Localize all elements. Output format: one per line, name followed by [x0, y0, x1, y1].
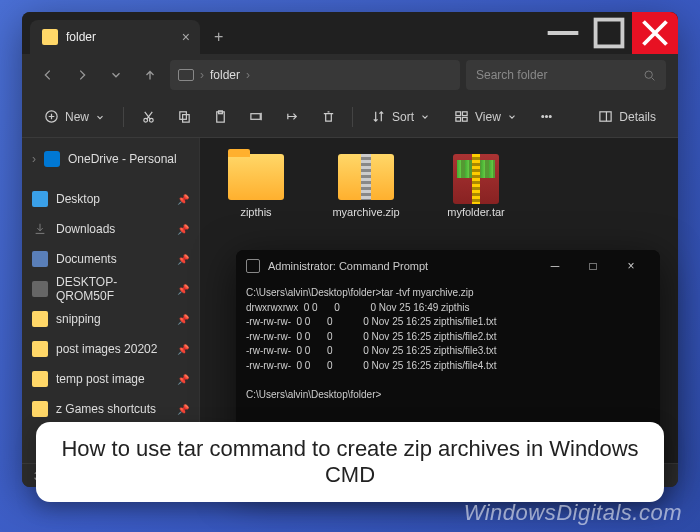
- file-item-myfolder-tar[interactable]: myfolder.tar: [436, 154, 516, 218]
- svg-point-1: [645, 71, 652, 78]
- back-button[interactable]: [34, 61, 62, 89]
- svg-rect-17: [600, 112, 611, 121]
- new-tab-button[interactable]: +: [214, 28, 223, 46]
- chevron-down-icon: [507, 109, 517, 124]
- svg-rect-11: [462, 112, 467, 116]
- more-icon: [539, 109, 554, 124]
- svg-rect-12: [456, 117, 461, 121]
- archive-icon: [453, 154, 499, 204]
- folder-icon: [32, 371, 48, 387]
- details-button[interactable]: Details: [588, 102, 666, 132]
- paste-icon: [213, 109, 228, 124]
- svg-rect-13: [462, 117, 467, 121]
- svg-point-14: [542, 116, 544, 118]
- cmd-close-button[interactable]: ×: [612, 250, 650, 282]
- pin-icon: 📌: [177, 194, 189, 205]
- cmd-titlebar[interactable]: Administrator: Command Prompt ─ □ ×: [236, 250, 660, 282]
- share-button[interactable]: [276, 102, 308, 132]
- pin-icon: 📌: [177, 224, 189, 235]
- breadcrumb[interactable]: › folder ›: [170, 60, 460, 90]
- svg-rect-10: [456, 112, 461, 116]
- cmd-title: Administrator: Command Prompt: [268, 260, 536, 272]
- svg-point-15: [546, 116, 548, 118]
- plus-circle-icon: [44, 109, 59, 124]
- sidebar-item-games[interactable]: z Games shortcuts📌: [26, 394, 195, 424]
- svg-point-16: [550, 116, 552, 118]
- sort-button[interactable]: Sort: [361, 102, 440, 132]
- trash-icon: [321, 109, 336, 124]
- desktop-icon: [32, 191, 48, 207]
- tab-bar: folder × +: [22, 12, 678, 54]
- pin-icon: 📌: [177, 404, 189, 415]
- delete-button[interactable]: [312, 102, 344, 132]
- share-icon: [285, 109, 300, 124]
- documents-icon: [32, 251, 48, 267]
- sidebar-item-desktop[interactable]: Desktop📌: [26, 184, 195, 214]
- pc-icon: [178, 69, 194, 81]
- chevron-right-icon: ›: [32, 152, 36, 166]
- search-input[interactable]: Search folder: [466, 60, 666, 90]
- view-button[interactable]: View: [444, 102, 527, 132]
- view-icon: [454, 109, 469, 124]
- minimize-button[interactable]: [540, 12, 586, 54]
- sidebar-item-documents[interactable]: Documents📌: [26, 244, 195, 274]
- cut-button[interactable]: [132, 102, 164, 132]
- article-caption: How to use tar command to create zip arc…: [36, 422, 664, 502]
- cut-icon: [141, 109, 156, 124]
- pc-icon: [32, 281, 48, 297]
- cloud-icon: [44, 151, 60, 167]
- chevron-down-icon: [95, 112, 105, 122]
- svg-rect-9: [250, 114, 259, 120]
- details-icon: [598, 109, 613, 124]
- folder-icon: [42, 29, 58, 45]
- sort-icon: [371, 109, 386, 124]
- paste-button[interactable]: [204, 102, 236, 132]
- tab-title: folder: [66, 30, 96, 44]
- sidebar-item-temp[interactable]: temp post image📌: [26, 364, 195, 394]
- toolbar: New Sort View Details: [22, 96, 678, 138]
- pin-icon: 📌: [177, 374, 189, 385]
- breadcrumb-segment[interactable]: folder: [210, 68, 240, 82]
- sidebar-item-snipping[interactable]: snipping📌: [26, 304, 195, 334]
- sidebar-item-downloads[interactable]: Downloads📌: [26, 214, 195, 244]
- rename-button[interactable]: [240, 102, 272, 132]
- up-button[interactable]: [136, 61, 164, 89]
- folder-icon: [228, 154, 284, 200]
- file-item-myarchive[interactable]: myarchive.zip: [326, 154, 406, 218]
- svg-rect-0: [596, 20, 623, 47]
- search-placeholder: Search folder: [476, 68, 547, 82]
- watermark: WindowsDigitals.com: [464, 500, 682, 526]
- cmd-minimize-button[interactable]: ─: [536, 250, 574, 282]
- maximize-button[interactable]: [586, 12, 632, 54]
- close-tab-icon[interactable]: ×: [182, 29, 190, 45]
- file-item-zipthis[interactable]: zipthis: [216, 154, 296, 218]
- sidebar-item-network[interactable]: DESKTOP-QROM50F📌: [26, 274, 195, 304]
- cmd-icon: [246, 259, 260, 273]
- chevron-down-icon: [420, 109, 430, 124]
- tab-folder[interactable]: folder ×: [30, 20, 200, 54]
- folder-icon: [32, 401, 48, 417]
- recent-button[interactable]: [102, 61, 130, 89]
- chevron-right-icon: ›: [246, 68, 250, 82]
- sidebar-item-onedrive[interactable]: › OneDrive - Personal: [26, 144, 195, 174]
- address-bar: › folder › Search folder: [22, 54, 678, 96]
- copy-button[interactable]: [168, 102, 200, 132]
- folder-icon: [32, 341, 48, 357]
- copy-icon: [177, 109, 192, 124]
- rename-icon: [249, 109, 264, 124]
- pin-icon: 📌: [177, 254, 189, 265]
- close-window-button[interactable]: [632, 12, 678, 54]
- search-icon: [643, 69, 656, 82]
- folder-icon: [32, 311, 48, 327]
- pin-icon: 📌: [177, 284, 189, 295]
- cmd-output[interactable]: C:\Users\alvin\Desktop\folder>tar -tvf m…: [236, 282, 660, 406]
- pin-icon: 📌: [177, 344, 189, 355]
- sidebar: › OneDrive - Personal Desktop📌 Downloads…: [22, 138, 200, 463]
- chevron-right-icon: ›: [200, 68, 204, 82]
- sidebar-item-post-images[interactable]: post images 20202📌: [26, 334, 195, 364]
- more-button[interactable]: [531, 102, 563, 132]
- forward-button[interactable]: [68, 61, 96, 89]
- cmd-maximize-button[interactable]: □: [574, 250, 612, 282]
- downloads-icon: [32, 221, 48, 237]
- new-button[interactable]: New: [34, 102, 115, 132]
